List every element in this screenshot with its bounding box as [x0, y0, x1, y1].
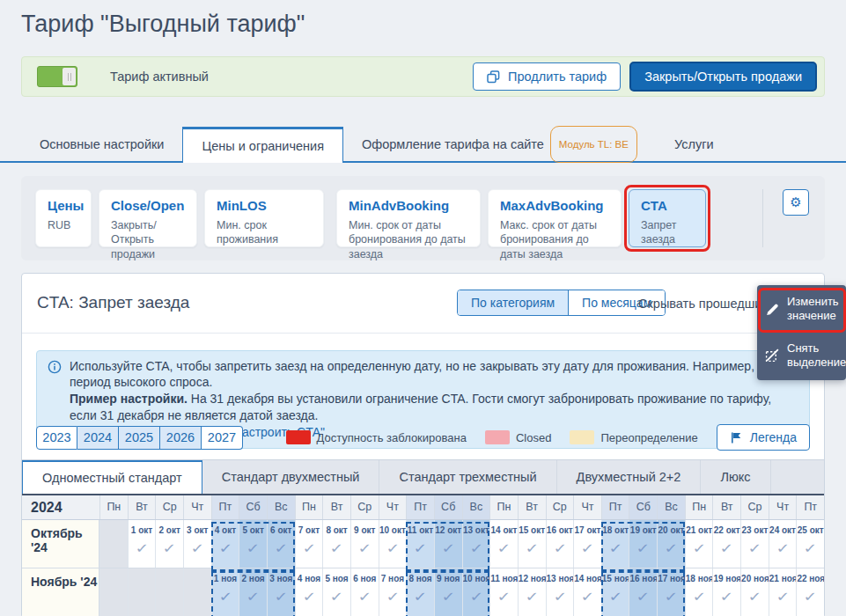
restriction-card-0[interactable]: ЦеныRUB	[35, 189, 92, 247]
calendar-day-cell[interactable]: 21 ноя✓	[769, 568, 797, 616]
calendar-day-cell[interactable]: 2 ноя✓	[239, 568, 267, 616]
calendar-day-cell[interactable]	[128, 568, 156, 616]
weekday-header-cell[interactable]: Ср	[546, 495, 574, 519]
nav-tab-0[interactable]: Основные настройки	[21, 128, 182, 161]
calendar-day-cell[interactable]	[99, 568, 128, 616]
calendar-day-cell[interactable]	[155, 568, 183, 616]
calendar-day-cell[interactable]: 25 окт✓	[796, 520, 824, 568]
weekday-header-cell[interactable]: Вс	[462, 495, 490, 519]
calendar-day-cell[interactable]: 17 ноя✓	[657, 568, 685, 616]
calendar-day-cell[interactable]: 6 ноя✓	[350, 568, 379, 616]
calendar-day-cell[interactable]: 22 окт✓	[712, 520, 740, 568]
weekday-header-cell[interactable]: Пт	[406, 495, 434, 519]
weekday-header-cell[interactable]: Вс	[657, 495, 685, 519]
nav-tab-3[interactable]: Услуги	[656, 128, 732, 161]
weekday-header-cell[interactable]: Вт	[518, 495, 546, 519]
calendar-day-cell[interactable]: 13 окт✓	[462, 520, 490, 568]
weekday-header-cell[interactable]: Чт	[769, 495, 797, 519]
room-tab-3[interactable]: Двухместный 2+2	[557, 460, 702, 494]
calendar-day-cell[interactable]: 12 ноя✓	[518, 568, 546, 616]
room-tab-1[interactable]: Стандарт двухместный	[202, 460, 380, 494]
weekday-header-cell[interactable]: Сб	[434, 495, 462, 519]
year-button-2026[interactable]: 2026	[160, 426, 202, 450]
close-open-sales-button[interactable]: Закрыть/Открыть продажи	[629, 62, 817, 92]
context-menu-item-1[interactable]: Снять выделение	[757, 336, 846, 376]
calendar-day-cell[interactable]: 15 ноя✓	[601, 568, 629, 616]
extend-tariff-button[interactable]: Продлить тариф	[473, 62, 621, 91]
calendar-day-cell[interactable]: 5 ноя✓	[322, 568, 350, 616]
weekday-header-cell[interactable]: Вт	[712, 495, 740, 519]
calendar-day-cell[interactable]: 3 ноя✓	[267, 568, 295, 616]
calendar-day-cell[interactable]: 10 окт✓	[379, 520, 407, 568]
calendar-day-cell[interactable]: 18 окт✓	[601, 520, 629, 568]
restriction-card-1[interactable]: Close/OpenЗакрыть/Открыть продажи	[99, 189, 197, 247]
calendar-day-cell[interactable]	[99, 520, 128, 568]
legend-button[interactable]: Легенда	[717, 424, 810, 451]
calendar-day-cell[interactable]: 21 окт✓	[685, 520, 713, 568]
calendar-day-cell[interactable]: 19 ноя✓	[712, 568, 740, 616]
calendar-day-cell[interactable]: 10 ноя✓	[462, 568, 490, 616]
nav-tab-1[interactable]: Цены и ограничения	[182, 127, 343, 163]
calendar-day-cell[interactable]: 9 ноя✓	[434, 568, 462, 616]
calendar-day-cell[interactable]: 22 ноя✓	[796, 568, 824, 616]
calendar-day-cell[interactable]: 1 окт✓	[128, 520, 156, 568]
weekday-header-cell[interactable]: Сб	[629, 495, 657, 519]
calendar-day-cell[interactable]: 24 окт✓	[769, 520, 797, 568]
weekday-header-cell[interactable]: Ср	[350, 495, 379, 519]
calendar-day-cell[interactable]: 6 окт✓	[267, 520, 295, 568]
calendar-day-cell[interactable]: 7 ноя✓	[379, 568, 407, 616]
calendar-day-cell[interactable]: 16 ноя✓	[629, 568, 657, 616]
room-tab-2[interactable]: Стандарт трехместный	[379, 460, 556, 494]
calendar-day-cell[interactable]: 8 окт✓	[322, 520, 350, 568]
calendar-day-cell[interactable]	[183, 568, 211, 616]
calendar-day-cell[interactable]: 17 окт✓	[573, 520, 601, 568]
year-button-2025[interactable]: 2025	[119, 426, 160, 450]
view-mode-0[interactable]: По категориям	[458, 290, 568, 315]
calendar-day-cell[interactable]: 4 окт✓	[211, 520, 239, 568]
weekday-header-cell[interactable]: Пт	[211, 495, 239, 519]
weekday-header-cell[interactable]: Пн	[99, 495, 128, 519]
calendar-day-cell[interactable]: 9 окт✓	[350, 520, 379, 568]
restriction-card-3[interactable]: MinAdvBookingМин. срок от даты бронирова…	[336, 189, 481, 247]
calendar-day-cell[interactable]: 18 ноя✓	[685, 568, 713, 616]
calendar-day-cell[interactable]: 11 окт✓	[406, 520, 434, 568]
year-button-2023[interactable]: 2023	[36, 426, 77, 450]
context-menu-item-0[interactable]: Изменить значение	[757, 290, 846, 329]
calendar-day-cell[interactable]: 16 окт✓	[546, 520, 574, 568]
calendar-day-cell[interactable]: 2 окт✓	[155, 520, 183, 568]
calendar-day-cell[interactable]: 5 окт✓	[239, 520, 267, 568]
calendar-day-cell[interactable]: 13 ноя✓	[546, 568, 574, 616]
weekday-header-cell[interactable]: Пн	[295, 495, 323, 519]
weekday-header-cell[interactable]: Пн	[489, 495, 518, 519]
calendar-day-cell[interactable]: 19 окт✓	[629, 520, 657, 568]
weekday-header-cell[interactable]: Вс	[267, 495, 295, 519]
weekday-header-cell[interactable]: Вт	[128, 495, 156, 519]
calendar-day-cell[interactable]: 20 ноя✓	[740, 568, 769, 616]
calendar-day-cell[interactable]: 3 окт✓	[183, 520, 211, 568]
restriction-card-4[interactable]: MaxAdvBookingМакс. срок от даты брониров…	[488, 189, 622, 247]
weekday-header-cell[interactable]: Пт	[601, 495, 629, 519]
room-tab-0[interactable]: Одноместный стандарт	[22, 460, 202, 494]
weekday-header-cell[interactable]: Сб	[239, 495, 267, 519]
settings-gear-button[interactable]: ⚙	[783, 189, 809, 216]
weekday-header-cell[interactable]: Пн	[685, 495, 713, 519]
calendar-day-cell[interactable]: 12 окт✓	[434, 520, 462, 568]
weekday-header-cell[interactable]: Ср	[740, 495, 769, 519]
room-tab-4[interactable]: Люкс	[701, 460, 770, 494]
calendar-day-cell[interactable]: 8 ноя✓	[406, 568, 434, 616]
restriction-card-2[interactable]: MinLOSМин. срок проживания	[204, 189, 324, 247]
weekday-header-cell[interactable]: Вт	[322, 495, 350, 519]
year-button-2027[interactable]: 2027	[202, 426, 243, 450]
nav-tab-2[interactable]: Оформление тарифа на сайтеМодуль TL: BE	[343, 128, 656, 161]
restriction-card-5[interactable]: CTAЗапрет заезда	[629, 189, 706, 247]
weekday-header-cell[interactable]: Пт	[796, 495, 824, 519]
calendar-day-cell[interactable]: 20 окт✓	[657, 520, 685, 568]
tariff-active-toggle[interactable]	[37, 66, 77, 87]
calendar-day-cell[interactable]: 11 ноя✓	[489, 568, 518, 616]
weekday-header-cell[interactable]: Чт	[379, 495, 407, 519]
calendar-day-cell[interactable]: 7 окт✓	[295, 520, 323, 568]
calendar-day-cell[interactable]: 14 ноя✓	[573, 568, 601, 616]
calendar-day-cell[interactable]: 23 окт✓	[740, 520, 769, 568]
weekday-header-cell[interactable]: Чт	[573, 495, 601, 519]
calendar-day-cell[interactable]: 15 окт✓	[518, 520, 546, 568]
